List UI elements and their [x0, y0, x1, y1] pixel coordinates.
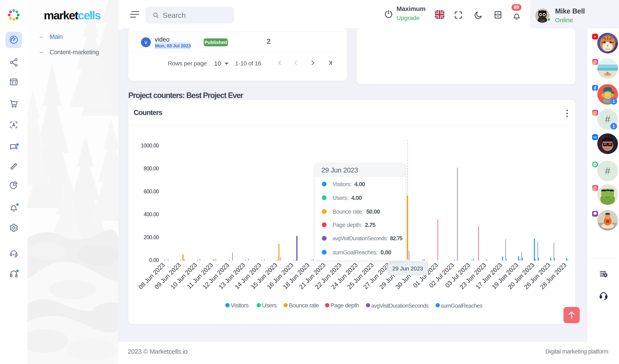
- svg-text:1000.00: 1000.00: [141, 142, 159, 148]
- svg-text:600.00: 600.00: [144, 188, 159, 194]
- svg-text:400.00: 400.00: [144, 211, 159, 217]
- svg-text:200.00: 200.00: [144, 234, 159, 240]
- svg-text:800.00: 800.00: [144, 165, 159, 171]
- svg-text:VK: VK: [593, 136, 597, 139]
- svg-text:0.00: 0.00: [149, 257, 159, 263]
- svg-text:29 Jun 2023: 29 Jun 2023: [392, 265, 423, 272]
